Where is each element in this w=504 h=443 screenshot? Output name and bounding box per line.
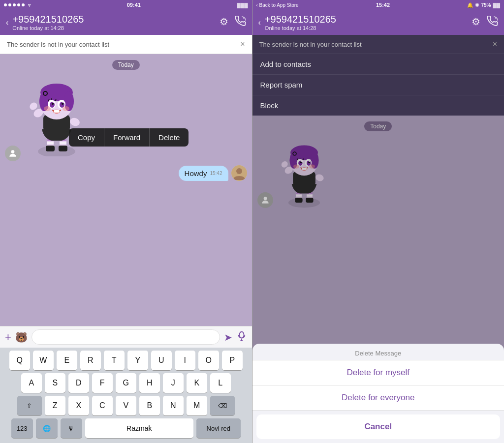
keyboard-row-4: 123 🌐 🎙 Razmak Novi red <box>2 418 250 438</box>
key-A[interactable]: A <box>21 373 42 393</box>
dot3 <box>13 3 16 6</box>
key-M[interactable]: M <box>187 396 207 415</box>
keyboard: Q W E R T Y U I O P A S D F G H J K L ⇧ … <box>0 348 252 443</box>
key-B[interactable]: B <box>139 396 160 415</box>
notification-dropdown: The sender is not in your contact list ×… <box>252 35 504 116</box>
svg-point-33 <box>44 106 51 111</box>
call-icon-left[interactable] <box>235 16 246 29</box>
copy-button[interactable]: Copy <box>69 128 104 147</box>
battery-right: 75% <box>481 2 491 8</box>
delete-for-myself-button[interactable]: Delete for myself <box>252 360 504 385</box>
keyboard-row-1: Q W E R T Y U I O P <box>2 351 250 370</box>
key-T[interactable]: T <box>104 351 125 370</box>
delete-dialog-title: Delete Message <box>252 344 504 360</box>
key-X[interactable]: X <box>68 396 89 415</box>
notification-text-right: The sender is not in your contact list <box>259 41 362 48</box>
notification-bar-left: The sender is not in your contact list × <box>0 35 252 54</box>
call-icon-right[interactable] <box>487 16 498 29</box>
key-D[interactable]: D <box>68 373 89 393</box>
settings-icon-left[interactable]: ⚙ <box>220 16 228 29</box>
chat-area-left: Today <box>0 54 252 326</box>
back-arrow-left: ‹ <box>6 18 8 27</box>
svg-point-1 <box>38 146 75 156</box>
incoming-message-row: Copy Forward Delete <box>0 76 252 163</box>
space-key[interactable]: Razmak <box>85 418 193 438</box>
add-contacts-item[interactable]: Add to contacts <box>252 54 504 75</box>
back-to-store-text[interactable]: ‹ Back to App Store <box>256 2 299 8</box>
chat-area-right: Today <box>252 116 504 443</box>
date-badge-left: Today <box>0 54 252 76</box>
sender-avatar <box>5 146 21 161</box>
notification-close-left[interactable]: × <box>240 40 245 49</box>
svg-point-0 <box>11 150 15 153</box>
header-actions-left: ⚙ <box>220 16 246 29</box>
date-label-left: Today <box>112 60 140 70</box>
key-N[interactable]: N <box>163 396 184 415</box>
header-left: ‹ +959421510265 Online today at 14:28 ⚙ <box>0 10 252 35</box>
keyboard-mic-key[interactable]: 🎙 <box>61 418 82 438</box>
key-J[interactable]: J <box>163 373 184 393</box>
signal-dots: ▿ <box>4 2 31 8</box>
contact-info-right: +959421510265 Online today at 14:28 <box>265 14 468 31</box>
svg-rect-4 <box>46 146 55 151</box>
key-Z[interactable]: Z <box>45 396 65 415</box>
svg-point-37 <box>236 168 242 174</box>
svg-point-28 <box>63 102 63 103</box>
bluetooth-icon: ❉ <box>475 2 479 8</box>
svg-point-13 <box>69 117 81 127</box>
status-icons-right: 🔔 ❉ 75% ▓▓ <box>467 2 500 8</box>
key-R[interactable]: R <box>80 351 101 370</box>
message-input[interactable] <box>32 329 220 345</box>
add-button[interactable]: + <box>5 331 11 344</box>
forward-button[interactable]: Forward <box>104 128 150 147</box>
block-item[interactable]: Block <box>252 95 504 116</box>
key-L[interactable]: L <box>210 373 231 393</box>
key-E[interactable]: E <box>57 351 77 370</box>
key-S[interactable]: S <box>45 373 65 393</box>
return-key[interactable]: Novi red <box>196 418 241 438</box>
settings-icon-right[interactable]: ⚙ <box>472 16 480 29</box>
right-panel: ‹ Back to App Store 15:42 🔔 ❉ 75% ▓▓ ‹ +… <box>252 0 504 443</box>
outgoing-text: Howdy <box>185 169 207 177</box>
delete-for-everyone-button[interactable]: Delete for everyone <box>252 385 504 411</box>
key-Y[interactable]: Y <box>127 351 148 370</box>
num-key[interactable]: 123 <box>11 418 33 438</box>
key-U[interactable]: U <box>151 351 172 370</box>
delete-button[interactable]: Delete <box>150 128 189 147</box>
key-Q[interactable]: Q <box>9 351 30 370</box>
back-button-right[interactable]: ‹ <box>258 18 261 27</box>
key-C[interactable]: C <box>92 396 113 415</box>
sticker-button[interactable]: 🐻 <box>15 331 28 343</box>
header-right: ‹ +959421510265 Online today at 14:28 ⚙ <box>252 10 504 35</box>
svg-point-20 <box>44 92 47 95</box>
cancel-button[interactable]: Cancel <box>256 414 501 439</box>
left-panel: ▿ 09:41 ▓▓▓ ‹ +959421510265 Online today… <box>0 0 252 443</box>
key-P[interactable]: P <box>222 351 243 370</box>
notification-close-right[interactable]: × <box>493 40 497 49</box>
battery-area: ▓▓▓ <box>237 2 248 8</box>
online-status-right: Online today at 14:28 <box>265 25 468 31</box>
send-button[interactable]: ➤ <box>224 331 232 343</box>
key-K[interactable]: K <box>187 373 207 393</box>
key-F[interactable]: F <box>92 373 113 393</box>
mic-button[interactable] <box>236 330 247 344</box>
key-O[interactable]: O <box>198 351 219 370</box>
online-status-left: Online today at 14:28 <box>12 25 215 31</box>
keyboard-row-3: ⇧ Z X C V B N M ⌫ <box>2 396 250 415</box>
key-W[interactable]: W <box>33 351 54 370</box>
key-I[interactable]: I <box>175 351 195 370</box>
svg-rect-5 <box>59 146 67 151</box>
svg-point-34 <box>63 106 69 111</box>
svg-rect-9 <box>60 142 66 144</box>
report-spam-item[interactable]: Report spam <box>252 75 504 95</box>
globe-key[interactable]: 🌐 <box>36 418 58 438</box>
back-button-left[interactable]: ‹ <box>6 18 8 27</box>
key-H[interactable]: H <box>139 373 160 393</box>
shift-key[interactable]: ⇧ <box>17 396 42 415</box>
delete-key[interactable]: ⌫ <box>210 396 235 415</box>
key-V[interactable]: V <box>116 396 136 415</box>
time-right: 15:42 <box>376 2 390 8</box>
key-G[interactable]: G <box>116 373 136 393</box>
svg-point-27 <box>53 102 54 103</box>
delete-dialog-overlay: Delete Message Delete for myself Delete … <box>252 116 504 443</box>
